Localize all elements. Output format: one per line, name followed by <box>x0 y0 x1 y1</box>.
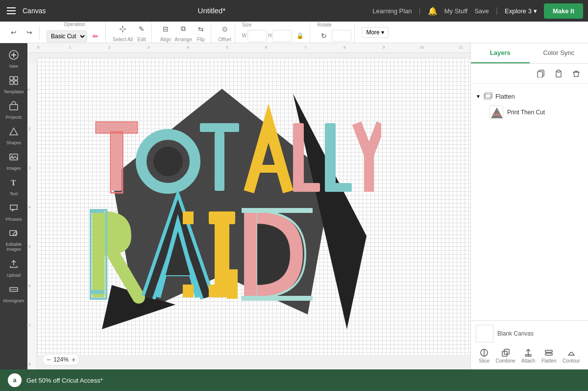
attach-icon <box>524 348 533 357</box>
undo-button[interactable]: ↩ <box>7 26 21 39</box>
tab-color-sync[interactable]: Color Sync <box>530 43 588 63</box>
sidebar-item-upload-label: Upload <box>7 273 21 278</box>
sidebar-item-editable-images-label: Editable Images <box>4 242 24 252</box>
flatten-group-icon <box>484 92 492 101</box>
contour-label: Contour <box>563 358 580 364</box>
sidebar-item-new[interactable]: New <box>2 47 25 72</box>
right-panel: Layers Color Sync ▼ <box>470 43 588 369</box>
promo-bar: a Get 50% off Cricut Access* <box>0 369 588 391</box>
svg-rect-19 <box>112 132 122 191</box>
ruler-horizontal: 0 1 2 3 4 5 6 7 8 9 10 11 <box>27 43 470 53</box>
combine-icon <box>501 348 510 357</box>
svg-rect-40 <box>183 285 194 297</box>
layer-item-print-then-cut[interactable]: RAD Print Then Cut <box>476 103 583 122</box>
v-ruler-1: 1 <box>27 88 31 90</box>
flip-button[interactable]: ⇆ <box>194 22 208 36</box>
machine-selector[interactable]: Explore 3 ▾ <box>505 7 537 15</box>
sidebar-item-text[interactable]: T Text <box>2 175 25 199</box>
flatten-tool[interactable]: Flatten <box>541 348 557 364</box>
delete-button[interactable] <box>569 67 583 80</box>
make-it-button[interactable]: Make It <box>544 3 583 19</box>
ruler-mark-8: 8 <box>343 45 345 50</box>
layers-content: ▼ Flatten RAD Print Then <box>471 84 588 320</box>
sidebar-item-templates[interactable]: Templates <box>2 73 25 97</box>
svg-rect-4 <box>14 77 18 80</box>
cricut-logo-icon: a <box>13 377 17 384</box>
rotate-icon[interactable]: ↻ <box>317 29 331 43</box>
bell-icon[interactable]: 🔔 <box>428 6 438 16</box>
contour-tool[interactable]: Contour <box>563 348 580 364</box>
paste-button[interactable] <box>552 67 565 80</box>
align-label: Align <box>160 37 171 42</box>
more-button[interactable]: More ▾ <box>362 27 389 38</box>
my-stuff-link[interactable]: My Stuff <box>444 7 467 15</box>
attach-tool[interactable]: Attach <box>521 348 535 364</box>
copy-button[interactable] <box>534 67 548 80</box>
v-ruler-8: 8 <box>28 362 30 366</box>
svg-rect-45 <box>242 208 313 213</box>
sidebar-item-projects[interactable]: Projects <box>2 98 25 123</box>
offset-group: ⊙ Offset <box>215 22 235 43</box>
svg-rect-50 <box>557 70 560 72</box>
arrange-button[interactable]: ⧉ <box>176 22 190 36</box>
pen-icon[interactable]: ✏ <box>89 29 102 43</box>
svg-rect-28 <box>293 183 320 192</box>
slice-tool[interactable]: Slice <box>479 348 490 364</box>
select-all-group: ⊹ Select All ✎ Edit <box>110 22 152 43</box>
sidebar-item-monogram[interactable]: Monogram <box>2 282 25 306</box>
promo-icon: a <box>8 373 22 387</box>
images-icon <box>9 152 19 164</box>
canvas-with-ruler: 1 2 3 4 5 6 7 8 <box>27 53 470 369</box>
text-icon: T <box>9 178 19 190</box>
panel-bottom-toolbar: Slice Combine Attach <box>476 346 583 365</box>
redo-button[interactable]: ↪ <box>23 26 36 39</box>
sidebar-item-phrases[interactable]: Phrases <box>2 200 25 225</box>
tab-layers[interactable]: Layers <box>471 43 530 63</box>
grid-canvas[interactable] <box>37 58 470 355</box>
flatten-group-header[interactable]: ▼ Flatten <box>476 90 583 103</box>
ruler-mark-3: 3 <box>147 45 149 50</box>
v-ruler-6: 6 <box>28 284 30 288</box>
offset-label: Offset <box>218 37 231 42</box>
offset-button[interactable]: ⊙ <box>218 22 232 36</box>
learning-plan-link[interactable]: Learning Plan <box>372 7 412 15</box>
sidebar-item-upload[interactable]: Upload <box>2 256 25 281</box>
menu-icon[interactable] <box>5 5 18 16</box>
sidebar-item-images[interactable]: Images <box>2 149 25 174</box>
svg-rect-58 <box>502 351 507 356</box>
left-sidebar: New Templates Projects Shapes Images <box>0 43 27 369</box>
svg-rect-44 <box>91 290 104 294</box>
right-nav: Learning Plan | 🔔 My Stuff Save | Explor… <box>372 3 583 19</box>
svg-rect-41 <box>227 269 238 299</box>
svg-rect-18 <box>97 123 136 132</box>
ruler-mark-11: 11 <box>459 45 463 50</box>
sidebar-item-shapes[interactable]: Shapes <box>2 124 25 148</box>
separator2: | <box>496 6 498 15</box>
svg-rect-25 <box>215 132 224 191</box>
save-button[interactable]: Save <box>474 7 489 15</box>
select-all-button[interactable]: ⊹ <box>116 22 130 36</box>
svg-rect-30 <box>325 183 352 192</box>
svg-rect-29 <box>325 123 336 192</box>
edit-button[interactable]: ✎ <box>135 22 148 36</box>
operation-select[interactable]: Basic Cut <box>47 30 87 42</box>
size-w-input[interactable] <box>247 30 267 42</box>
size-group: Size W H 🔒 <box>239 22 311 43</box>
rotate-input[interactable] <box>332 30 351 42</box>
editable-images-icon <box>9 229 19 241</box>
new-icon <box>9 50 19 62</box>
v-ruler-5: 5 <box>28 244 30 249</box>
sidebar-item-editable-images[interactable]: Editable Images <box>2 226 25 255</box>
svg-rect-5 <box>10 81 13 84</box>
zoom-out-button[interactable]: − <box>47 356 50 364</box>
ruler-mark-6: 6 <box>265 45 267 50</box>
combine-tool[interactable]: Combine <box>496 348 515 364</box>
zoom-in-button[interactable]: + <box>72 356 75 364</box>
align-button[interactable]: ⊟ <box>159 22 172 36</box>
size-h-input[interactable] <box>272 30 292 42</box>
sidebar-item-templates-label: Templates <box>3 89 24 94</box>
size-h-label: H <box>268 33 271 38</box>
lock-icon[interactable]: 🔒 <box>293 29 307 43</box>
layer-item-label: Print Then Cut <box>507 109 545 116</box>
ruler-mark-2: 2 <box>108 45 110 50</box>
